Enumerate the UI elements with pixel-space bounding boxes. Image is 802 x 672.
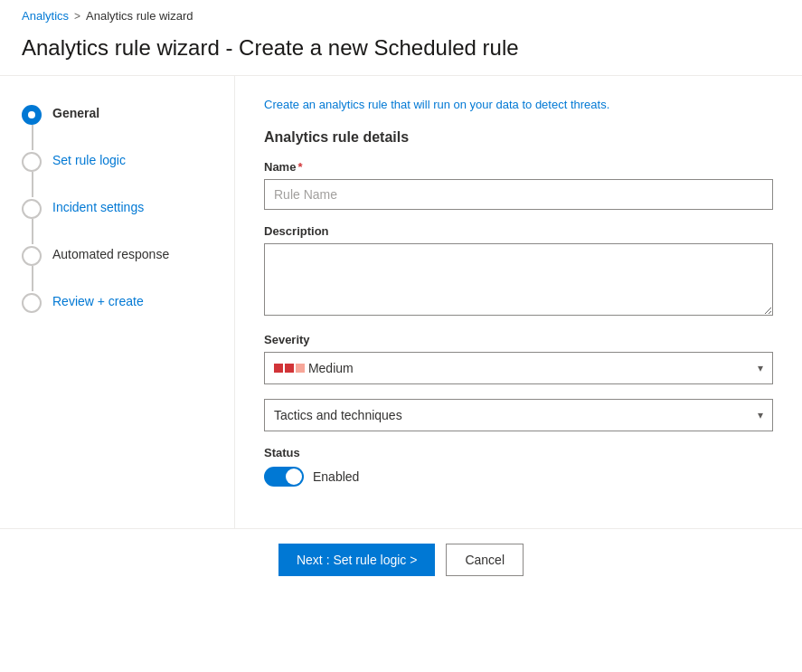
connector-4 [32,266,33,291]
breadcrumb: Analytics > Analytics rule wizard [0,0,802,28]
step-label-set-rule-logic[interactable]: Set rule logic [52,150,126,170]
step-review-create[interactable]: Review + create [22,291,212,313]
toggle-value-label: Enabled [313,469,359,484]
severity-field-group: Severity Medium ▾ [264,333,773,384]
section-title: Analytics rule details [264,129,773,146]
severity-value: Medium [308,361,354,375]
tactics-value: Tactics and techniques [274,408,402,422]
severity-sq-3 [296,364,305,373]
step-circle-automated-response [22,246,42,266]
step-circle-review-create [22,293,42,313]
severity-select[interactable]: Medium ▾ [264,352,773,384]
wizard-sidebar: General Set rule logic Incident settings… [0,76,235,528]
toggle-thumb [286,469,302,485]
next-button[interactable]: Next : Set rule logic > [278,544,435,576]
name-field-group: Name* [264,160,773,210]
name-input[interactable] [264,179,773,210]
tactics-chevron-icon: ▾ [758,409,763,421]
cancel-button[interactable]: Cancel [446,544,524,576]
breadcrumb-separator: > [74,10,80,23]
step-circle-set-rule-logic [22,152,42,172]
step-general: General [22,103,212,125]
breadcrumb-current: Analytics rule wizard [86,9,193,23]
breadcrumb-analytics[interactable]: Analytics [22,9,69,23]
footer-bar: Next : Set rule logic > Cancel [0,528,802,591]
step-circle-incident-settings [22,199,42,219]
status-section: Status Enabled [264,446,773,487]
page-title: Analytics rule wizard - Create a new Sch… [0,28,802,76]
severity-indicator [274,364,305,373]
severity-sq-1 [274,364,283,373]
step-label-general: General [52,103,99,123]
description-input[interactable] [264,243,773,316]
tactics-select[interactable]: Tactics and techniques ▾ [264,399,773,431]
tactics-select-wrapper: Tactics and techniques ▾ [264,399,773,431]
wizard-content: Create an analytics rule that will run o… [235,76,802,528]
step-incident-settings[interactable]: Incident settings [22,197,212,219]
status-label: Status [264,446,773,459]
toggle-row: Enabled [264,467,773,487]
step-automated-response: Automated response [22,244,212,266]
connector-2 [32,172,33,197]
connector-1 [32,125,33,150]
description-label: Description [264,224,773,238]
connector-3 [32,219,33,244]
wizard-layout: General Set rule logic Incident settings… [0,76,802,528]
step-label-incident-settings[interactable]: Incident settings [52,197,144,217]
name-label: Name* [264,160,773,174]
severity-sq-2 [285,364,294,373]
enabled-toggle[interactable] [264,467,304,487]
tactics-field-group: Tactics and techniques ▾ [264,399,773,431]
step-set-rule-logic[interactable]: Set rule logic [22,150,212,172]
severity-chevron-icon: ▾ [758,362,763,374]
severity-label: Severity [264,333,773,346]
step-label-review-create[interactable]: Review + create [52,291,144,311]
step-label-automated-response: Automated response [52,244,169,264]
info-text: Create an analytics rule that will run o… [264,98,773,111]
step-circle-general [22,105,42,125]
description-field-group: Description [264,224,773,318]
